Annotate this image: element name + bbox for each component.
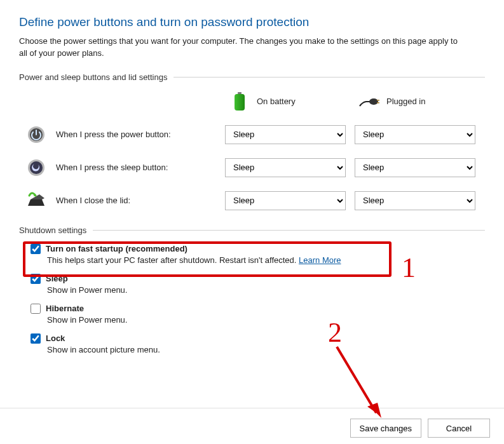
col-header-plugged-text: Plugged in — [386, 97, 425, 106]
save-changes-button[interactable]: Save changes — [350, 419, 421, 438]
lock-checkbox[interactable] — [31, 333, 41, 344]
lid-battery-select[interactable]: Sleep — [225, 191, 346, 210]
section-power-label: Power and sleep buttons and lid settings — [19, 72, 485, 82]
col-header-plugged: Plugged in — [355, 91, 475, 112]
svg-point-8 — [30, 161, 43, 174]
svg-rect-4 — [377, 102, 379, 104]
footer-separator — [0, 408, 504, 408]
sleep-checkbox[interactable] — [31, 274, 41, 284]
row-label-power-text: When I press the power button: — [56, 130, 171, 139]
sleep-plugged-select[interactable]: Sleep — [355, 158, 475, 177]
battery-icon — [229, 91, 250, 112]
svg-point-2 — [369, 98, 378, 105]
learn-more-link[interactable]: Learn More — [299, 255, 341, 265]
sleep-desc: Show in Power menu. — [47, 285, 485, 295]
shutdown-list: Turn on fast startup (recommended) This … — [31, 244, 485, 354]
fast-startup-desc: This helps start your PC faster after sh… — [47, 255, 485, 265]
option-hibernate: Hibernate Show in Power menu. — [31, 304, 485, 325]
footer: Save changes Cancel — [350, 419, 490, 438]
plug-icon — [358, 91, 380, 112]
fast-startup-desc-text: This helps start your PC faster after sh… — [47, 255, 299, 265]
svg-line-9 — [337, 347, 376, 413]
sleep-battery-select[interactable]: Sleep — [225, 158, 346, 177]
row-label-sleep: When I press the sleep button: — [25, 157, 216, 178]
power-plugged-select[interactable]: Sleep — [355, 125, 475, 144]
col-header-battery: On battery — [225, 91, 346, 112]
power-grid: On battery Plugged in When I press the p… — [25, 91, 485, 212]
hibernate-desc: Show in Power menu. — [47, 315, 485, 325]
row-label-power: When I press the power button: — [25, 124, 216, 145]
fast-startup-checkbox[interactable] — [31, 244, 41, 254]
option-lock: Lock Show in account picture menu. — [31, 333, 485, 354]
lid-icon — [25, 190, 47, 212]
section-shutdown-label-text: Shutdown settings — [19, 225, 86, 235]
sleep-button-icon — [25, 157, 47, 178]
svg-rect-1 — [235, 94, 245, 111]
lock-desc: Show in account picture menu. — [47, 345, 485, 354]
hibernate-checkbox[interactable] — [31, 304, 41, 314]
svg-rect-0 — [238, 92, 242, 94]
lid-plugged-select[interactable]: Sleep — [355, 191, 475, 210]
annotation-arrow-icon — [330, 343, 394, 426]
sleep-label: Sleep — [46, 274, 68, 283]
row-label-lid: When I close the lid: — [25, 190, 216, 212]
hibernate-label: Hibernate — [46, 304, 84, 313]
lock-label: Lock — [46, 333, 65, 343]
section-power-label-text: Power and sleep buttons and lid settings — [19, 72, 167, 82]
page-title: Define power buttons and turn on passwor… — [19, 15, 485, 29]
option-sleep: Sleep Show in Power menu. — [31, 274, 485, 295]
page-subtitle: Choose the power settings that you want … — [19, 36, 464, 60]
svg-marker-10 — [367, 403, 381, 418]
fast-startup-label: Turn on fast startup (recommended) — [46, 244, 187, 253]
section-shutdown-label: Shutdown settings — [19, 225, 485, 235]
power-button-icon — [25, 124, 47, 145]
row-label-lid-text: When I close the lid: — [56, 196, 130, 205]
svg-rect-3 — [377, 100, 379, 101]
option-fast-startup: Turn on fast startup (recommended) This … — [31, 244, 485, 265]
col-header-battery-text: On battery — [257, 97, 296, 106]
cancel-button[interactable]: Cancel — [428, 419, 490, 438]
power-battery-select[interactable]: Sleep — [225, 125, 346, 144]
row-label-sleep-text: When I press the sleep button: — [56, 163, 168, 172]
